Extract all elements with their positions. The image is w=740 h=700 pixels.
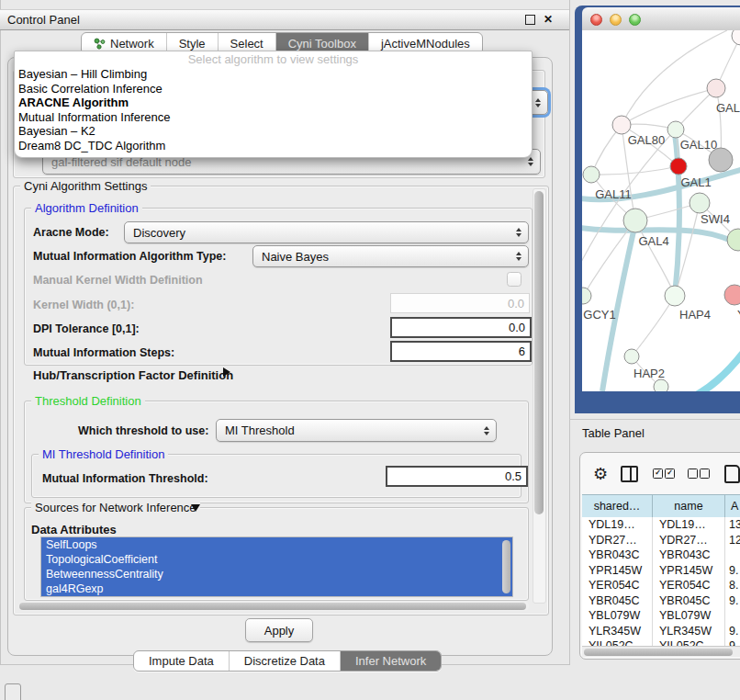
network-node[interactable]: [724, 285, 740, 305]
columns-icon[interactable]: [621, 466, 638, 482]
tab-impute-data[interactable]: Impute Data: [134, 651, 229, 671]
table-cell[interactable]: YPR145W: [653, 563, 725, 579]
settings-hscroll-thumb[interactable]: [19, 603, 526, 610]
file-icon[interactable]: [724, 465, 740, 483]
algorithm-option[interactable]: Mutual Information Inference: [15, 110, 532, 125]
table-cell[interactable]: 9: [725, 638, 740, 646]
table-row[interactable]: YBR045CYBR045C9.: [582, 593, 740, 609]
network-node[interactable]: [654, 379, 668, 391]
network-edge[interactable]: [632, 296, 675, 356]
collapse-arrow-icon[interactable]: [191, 504, 200, 512]
algorithm-option[interactable]: Dream8 DC_TDC Algorithm: [15, 139, 532, 153]
network-node[interactable]: [727, 229, 740, 251]
docked-panel-icon[interactable]: [5, 683, 21, 700]
tab-infer-network[interactable]: Infer Network: [340, 651, 441, 671]
settings-vscroll-thumb[interactable]: [534, 191, 544, 514]
table-cell[interactable]: 12: [725, 533, 740, 548]
network-edge[interactable]: [591, 166, 678, 175]
table-cell[interactable]: YBL079W: [653, 608, 725, 624]
tab-discretize-data[interactable]: Discretize Data: [229, 651, 340, 671]
table-cell[interactable]: 9.: [725, 593, 740, 609]
table-cell[interactable]: 13: [725, 517, 740, 533]
table-cell[interactable]: YER054C: [582, 578, 653, 593]
network-window-titlebar[interactable]: [582, 7, 740, 31]
table-cell[interactable]: YDL19…: [653, 517, 725, 533]
deselect-all-icon[interactable]: [688, 469, 710, 479]
select-all-icon[interactable]: ✓✓: [653, 469, 675, 479]
expand-arrow-icon[interactable]: [223, 367, 230, 377]
network-node[interactable]: [583, 166, 600, 183]
column-header-shared[interactable]: shared…: [582, 495, 653, 517]
mi-steps-field[interactable]: 6: [390, 341, 532, 362]
table-row[interactable]: YDL19…YDL19…13: [582, 517, 740, 533]
table-cell[interactable]: YDL19…: [582, 517, 653, 533]
table-row[interactable]: YPR145WYPR145W9.: [582, 563, 740, 579]
algorithm-option[interactable]: ARACNE Algorithm: [15, 96, 532, 110]
which-threshold-combobox[interactable]: MI Threshold: [216, 419, 497, 442]
network-node[interactable]: [670, 158, 687, 175]
data-attribute-item[interactable]: BetweennessCentrality: [41, 567, 512, 581]
network-node[interactable]: [624, 349, 639, 364]
column-header-name[interactable]: name: [653, 495, 725, 517]
network-node[interactable]: [667, 121, 684, 138]
mi-type-combobox[interactable]: Naive Bayes: [252, 245, 529, 267]
control-panel-titlebar[interactable]: Control Panel ✕: [0, 9, 569, 30]
network-node[interactable]: [612, 116, 631, 134]
table-cell[interactable]: 9.: [725, 563, 740, 579]
split-divider[interactable]: [569, 419, 740, 420]
settings-horizontal-scrollbar[interactable]: [18, 602, 529, 611]
network-node[interactable]: [690, 193, 710, 213]
table-cell[interactable]: YBR045C: [653, 593, 725, 609]
network-node[interactable]: [623, 209, 647, 232]
manual-kernel-checkbox[interactable]: [507, 272, 521, 287]
table-cell[interactable]: 8.: [725, 578, 740, 593]
kernel-width-field[interactable]: 0.0: [390, 293, 530, 313]
apply-button[interactable]: Apply: [245, 618, 313, 642]
data-attribute-item[interactable]: gal4RGexp: [41, 581, 512, 596]
network-node[interactable]: [732, 30, 740, 45]
table-hscroll-thumb[interactable]: [584, 649, 733, 656]
data-attribute-item[interactable]: TopologicalCoefficient: [41, 552, 512, 567]
table-row[interactable]: YER054CYER054C8.: [582, 578, 740, 593]
network-node[interactable]: [582, 288, 591, 304]
table-cell[interactable]: 9.: [725, 624, 740, 639]
table-cell[interactable]: YBR043C: [582, 548, 653, 563]
data-attributes-list[interactable]: SelfLoopsTopologicalCoefficientBetweenne…: [40, 536, 513, 597]
algorithm-option[interactable]: Bayesian – K2: [15, 124, 532, 139]
table-cell[interactable]: YLR345W: [653, 624, 725, 639]
table-cell[interactable]: YBR045C: [582, 593, 653, 609]
zoom-traffic-light-icon[interactable]: [629, 14, 641, 26]
attributes-scroll-thumb[interactable]: [502, 540, 510, 593]
minimize-traffic-light-icon[interactable]: [610, 14, 622, 26]
table-row[interactable]: YBL079WYBL079W: [582, 608, 740, 624]
table-row[interactable]: YIL052CYIL052C9: [582, 638, 740, 646]
mi-threshold-field[interactable]: 0.5: [386, 466, 528, 487]
dpi-tolerance-field[interactable]: 0.0: [390, 317, 532, 338]
algorithm-option[interactable]: Bayesian – Hill Climbing: [15, 67, 532, 82]
data-attribute-item[interactable]: SelfLoops: [41, 537, 512, 552]
network-edge[interactable]: [622, 30, 727, 125]
table-row[interactable]: YLR345WYLR345W9.: [582, 624, 740, 639]
table-cell[interactable]: YBR043C: [653, 548, 725, 563]
table-cell[interactable]: [725, 608, 740, 624]
algorithm-option[interactable]: Basic Correlation Inference: [15, 82, 532, 96]
network-node[interactable]: [665, 286, 685, 306]
float-icon[interactable]: [525, 15, 535, 25]
network-edge[interactable]: [690, 347, 740, 391]
table-cell[interactable]: YPR145W: [582, 563, 653, 579]
close-icon[interactable]: ✕: [544, 10, 553, 29]
table-cell[interactable]: YIL052C: [582, 638, 653, 646]
close-traffic-light-icon[interactable]: [590, 14, 602, 26]
network-canvas[interactable]: GALGAL80GAL10GAL1GAL11SWI4GAL4GCY1HAP4YH…: [582, 30, 740, 391]
aracne-mode-combobox[interactable]: Discovery: [124, 221, 529, 243]
table-cell[interactable]: YDR27…: [582, 533, 653, 548]
column-header-extra[interactable]: A: [725, 495, 740, 517]
table-cell[interactable]: YER054C: [653, 578, 725, 593]
gear-icon[interactable]: ⚙: [593, 466, 608, 482]
table-row[interactable]: YDR27…YDR27…12: [582, 533, 740, 548]
table-cell[interactable]: [725, 548, 740, 563]
settings-vertical-scrollbar[interactable]: [533, 188, 546, 604]
table-cell[interactable]: YBL079W: [582, 608, 653, 624]
network-node[interactable]: [707, 79, 725, 97]
table-cell[interactable]: YDR27…: [653, 533, 725, 548]
